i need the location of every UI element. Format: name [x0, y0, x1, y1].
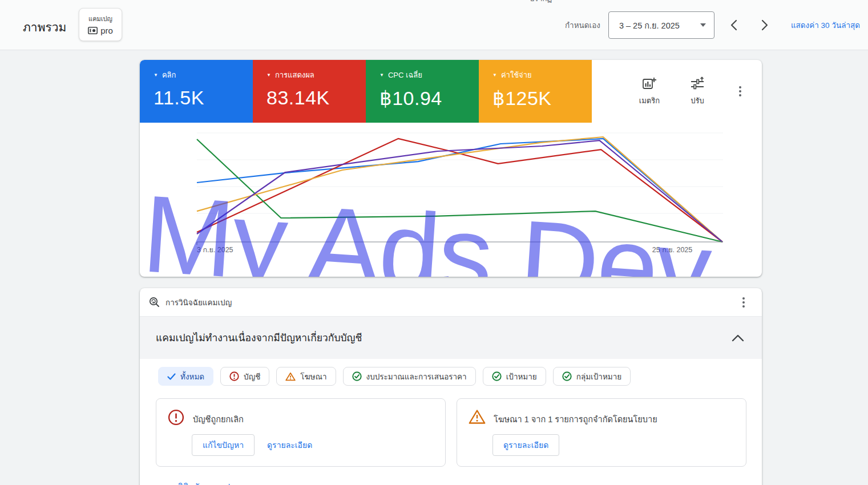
chart-line-Conversions: [197, 140, 722, 242]
metric-card-avg-cpc[interactable]: ▼CPC เฉลี่ย ฿10.94: [366, 60, 479, 123]
more-vert-icon: [742, 297, 745, 300]
adjust-sliders-icon: [690, 76, 705, 91]
chip-label: กลุ่มเป้าหมาย: [576, 370, 621, 383]
metric-card-impressions[interactable]: ▼การแสดงผล 83.14K: [253, 60, 366, 123]
error-circle-icon: [229, 371, 239, 381]
adjust-button[interactable]: ปรับ: [676, 76, 718, 107]
metric-cards-row: ▼คลิก 11.5K ▼การแสดงผล 83.14K ▼CPC เฉลี่…: [140, 60, 762, 123]
metric-card-cost[interactable]: ▼ค่าใช้จ่าย ฿125K: [479, 60, 592, 123]
check-circle-icon: [492, 371, 502, 381]
chevron-up-icon: [732, 334, 744, 342]
chip-label: โฆษณา: [300, 370, 326, 383]
warning-triangle-icon: [469, 409, 486, 425]
diagnostics-summary-row[interactable]: แคมเปญไม่ทำงานเนื่องจากมีปัญหาเกี่ยวกับบ…: [140, 317, 762, 359]
metric-label: คลิก: [162, 69, 176, 81]
metric-label: CPC เฉลี่ย: [388, 69, 422, 81]
campaign-diagnostics-card: การวินิจฉัยแคมเปญ แคมเปญไม่ทำงานเนื่องจา…: [140, 288, 762, 485]
diagnostics-more-options-button[interactable]: [732, 291, 755, 314]
metric-value: 11.5K: [154, 87, 253, 109]
chip-all[interactable]: ทั้งหมด: [158, 367, 213, 386]
diagnostics-summary-title: แคมเปญไม่ทำงานเนื่องจากมีปัญหาเกี่ยวกับบ…: [156, 330, 725, 346]
overview-chart: 3 ก.ย. 2025 25 ก.ย. 2025: [140, 123, 762, 277]
chevron-right-icon: [761, 19, 768, 31]
campaign-chip-label: แคมเปญ: [88, 14, 112, 24]
chip-goals[interactable]: เป้าหมาย: [483, 367, 546, 386]
metric-value: 83.14K: [267, 87, 366, 109]
chip-ads[interactable]: โฆษณา: [276, 367, 336, 386]
metrics-button-label: เมตริก: [639, 95, 660, 107]
x-tick-start: 3 ก.ย. 2025: [197, 246, 233, 254]
check-icon: [167, 373, 176, 380]
show-last-30-days-link[interactable]: แสดงค่า 30 วันล่าสุด: [791, 19, 860, 31]
check-circle-icon: [352, 371, 362, 381]
check-circle-icon: [562, 371, 572, 381]
adjust-button-label: ปรับ: [691, 95, 704, 107]
chart-more-options-button[interactable]: [729, 80, 752, 103]
diagnostics-filter-chips: ทั้งหมด บัญชี โฆษณา งบประมาณและการเสนอรา…: [158, 367, 762, 386]
alert-account-cancelled: บัญชีถูกยกเลิก แก้ไขปัญหา ดูรายละเอียด: [156, 398, 446, 467]
error-circle-icon: [168, 409, 184, 426]
metric-label: ค่าใช้จ่าย: [501, 69, 532, 81]
more-vert-icon: [739, 86, 741, 88]
alert-ads-policy-limited: โฆษณา 1 จาก 1 รายการถูกจำกัดโดยนโยบาย ดู…: [457, 398, 746, 467]
alert-title: บัญชีถูกยกเลิก: [193, 413, 244, 426]
campaign-id-icon: [88, 27, 98, 34]
chip-label: เป้าหมาย: [506, 370, 537, 383]
view-details-button[interactable]: ดูรายละเอียด: [492, 434, 559, 456]
date-mode-label: กำหนดเอง: [565, 19, 600, 31]
chip-label: ทั้งหมด: [180, 370, 204, 383]
chart-series: [197, 137, 722, 242]
overview-chart-area: 3 ก.ย. 2025 25 ก.ย. 2025 My Ads Dev: [140, 123, 762, 277]
page-title: ภาพรวม: [23, 18, 66, 37]
metric-dropdown-icon: ▼: [267, 73, 271, 78]
metric-value: ฿125K: [492, 87, 592, 110]
chip-audience[interactable]: กลุ่มเป้าหมาย: [553, 367, 631, 386]
metric-dropdown-icon: ▼: [492, 73, 497, 78]
date-range-select[interactable]: 3 – 25 ก.ย. 2025: [608, 11, 714, 39]
view-campaign-diagnostics-link[interactable]: ดูการวินิจฉัยแคมเปญ: [158, 482, 237, 485]
date-range-value: 3 – 25 ก.ย. 2025: [619, 19, 696, 32]
metrics-chart-plus-icon: [642, 76, 657, 91]
metric-card-clicks[interactable]: ▼คลิก 11.5K: [140, 60, 253, 123]
metric-dropdown-icon: ▼: [380, 73, 384, 78]
diagnostics-search-icon: [149, 297, 160, 308]
metric-label: การแสดงผล: [275, 69, 314, 81]
overview-chart-card: ▼คลิก 11.5K ▼การแสดงผล 83.14K ▼CPC เฉลี่…: [140, 60, 762, 277]
previous-period-button[interactable]: [722, 13, 745, 38]
diagnostics-header: การวินิจฉัยแคมเปญ: [140, 288, 762, 317]
view-details-link[interactable]: ดูรายละเอียด: [267, 439, 312, 451]
campaign-chip-pro-label: pro: [100, 26, 113, 35]
campaign-pro-chip[interactable]: แคมเปญ pro: [79, 8, 122, 41]
x-tick-end: 25 ก.ย. 2025: [652, 246, 693, 254]
top-bar: ปรากฏ ภาพรวม แคมเปญ pro กำหนดเอง 3 – 25 …: [0, 0, 868, 50]
chart-x-axis: 3 ก.ย. 2025 25 ก.ย. 2025: [197, 242, 723, 254]
diagnostics-title: การวินิจฉัยแคมเปญ: [165, 296, 728, 309]
chip-label: งบประมาณและการเสนอราคา: [366, 370, 467, 383]
metric-dropdown-icon: ▼: [154, 73, 158, 78]
alert-title: โฆษณา 1 จาก 1 รายการถูกจำกัดโดยนโยบาย: [494, 413, 657, 426]
collapse-button[interactable]: [725, 325, 750, 350]
metric-value: ฿10.94: [380, 87, 479, 110]
chart-line-CPC เฉลี่ย: [197, 139, 722, 242]
next-period-button[interactable]: [753, 13, 776, 38]
clipped-top-label: ปรากฏ: [530, 0, 552, 5]
chip-label: บัญชี: [244, 370, 260, 383]
chevron-left-icon: [730, 19, 737, 31]
chip-budget-bidding[interactable]: งบประมาณและการเสนอราคา: [343, 367, 476, 386]
warning-triangle-icon: [285, 372, 296, 381]
caret-down-icon: [700, 23, 706, 27]
chip-account[interactable]: บัญชี: [220, 367, 269, 386]
metrics-button[interactable]: เมตริก: [628, 76, 671, 107]
fix-issue-button[interactable]: แก้ไขปัญหา: [192, 434, 255, 456]
diagnostics-alerts: บัญชีถูกยกเลิก แก้ไขปัญหา ดูรายละเอียด โ…: [156, 398, 762, 467]
